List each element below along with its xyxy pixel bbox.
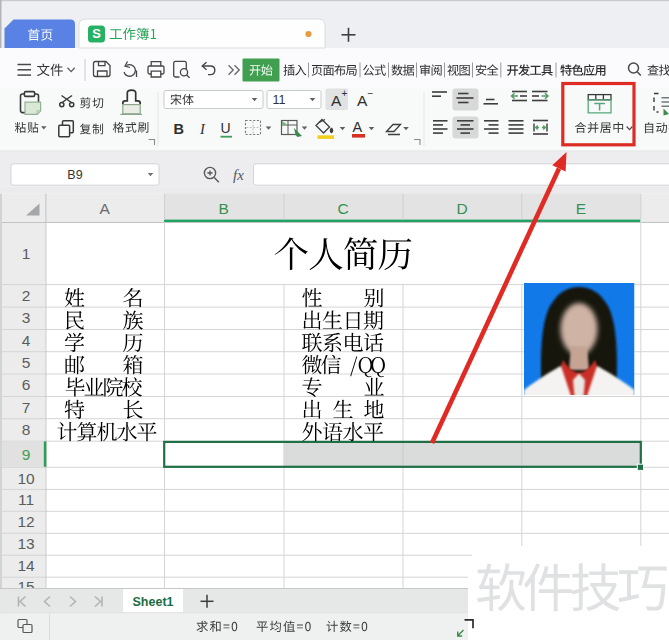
svg-text:A: A [100, 200, 111, 217]
svg-text:13: 13 [17, 535, 34, 552]
svg-text:E: E [576, 200, 586, 217]
svg-text:C: C [337, 200, 348, 217]
svg-text:12: 12 [17, 513, 34, 530]
svg-text:B: B [219, 200, 229, 217]
svg-text:3: 3 [22, 309, 31, 326]
svg-text:5: 5 [22, 354, 31, 371]
svg-text:4: 4 [22, 332, 31, 349]
svg-text:+: + [342, 88, 348, 99]
svg-text:7: 7 [22, 399, 31, 416]
svg-text:fx: fx [233, 167, 244, 183]
svg-text:9: 9 [22, 446, 31, 463]
svg-text:B9: B9 [67, 168, 82, 182]
svg-text:8: 8 [22, 421, 31, 438]
svg-text:14: 14 [17, 557, 35, 574]
svg-text:11: 11 [18, 491, 34, 508]
svg-text:U: U [221, 120, 231, 136]
svg-text:6: 6 [22, 376, 31, 393]
svg-text:10: 10 [17, 470, 35, 487]
svg-text:Sheet1: Sheet1 [133, 595, 174, 609]
svg-text:D: D [456, 200, 467, 217]
svg-text:B: B [174, 121, 184, 137]
svg-text:11: 11 [273, 93, 286, 107]
svg-text:S: S [92, 26, 101, 41]
svg-text:1: 1 [22, 245, 31, 262]
svg-text:−: − [368, 88, 374, 99]
svg-text:A: A [331, 92, 342, 109]
svg-text:A: A [357, 92, 368, 109]
svg-text:2: 2 [22, 287, 31, 304]
svg-text:A: A [353, 119, 363, 135]
